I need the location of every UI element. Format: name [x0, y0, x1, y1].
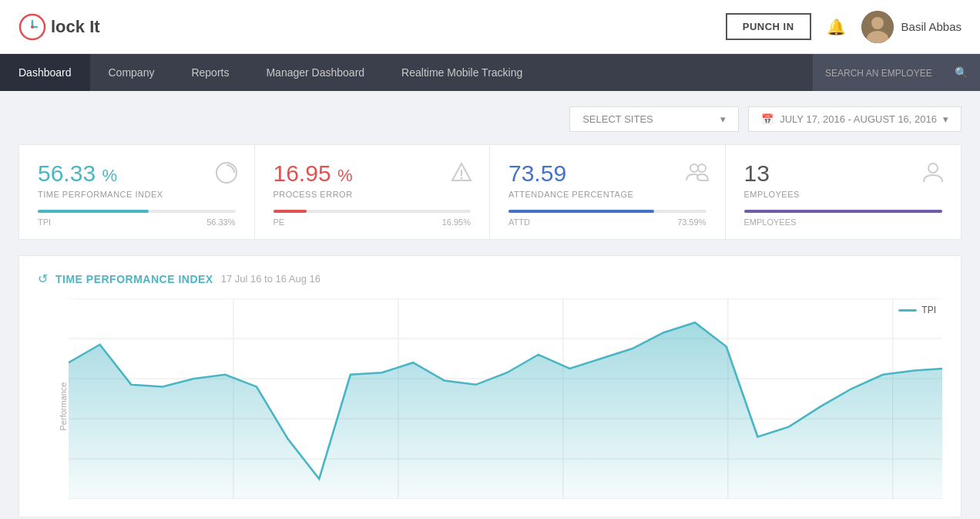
calendar-icon: 📅: [761, 113, 774, 125]
refresh-icon[interactable]: ↺: [38, 271, 48, 286]
tpi-percent: %: [102, 166, 117, 185]
svg-point-10: [461, 177, 463, 180]
chevron-down-icon-date: ▾: [943, 113, 948, 125]
logo-icon: [18, 13, 46, 41]
tpi-label: TIME PERFORMANCE INDEX: [38, 190, 236, 199]
pe-percent: %: [337, 166, 353, 185]
pe-bar-label: PE: [274, 217, 285, 227]
legend-label: TPI: [921, 305, 936, 315]
chart-area: Performance TPI 100: [69, 298, 942, 514]
chart-svg: 100 75 50 25 0 Jul 2: [69, 298, 942, 499]
select-sites-dropdown[interactable]: SELECT SITES ▾: [569, 106, 739, 132]
tpi-bar-label: TPI: [38, 217, 51, 227]
notification-icon[interactable]: 🔔: [827, 18, 846, 36]
chart-subtitle: 17 Jul 16 to 16 Aug 16: [221, 273, 321, 285]
employees-label: EMPLOYEES: [744, 190, 943, 199]
attd-bar-row: ATTD 73.59%: [508, 217, 706, 227]
chart-header: ↺ TIME PERFORMANCE INDEX 17 Jul 16 to 16…: [38, 271, 942, 286]
chart-y-label: Performance: [59, 383, 68, 431]
stat-cards-row: 56.33 % TIME PERFORMANCE INDEX TPI 56.33…: [18, 144, 962, 240]
chevron-down-icon: ▾: [720, 113, 726, 125]
tpi-value: 56.33 %: [38, 160, 236, 187]
filters-row: SELECT SITES ▾ 📅 JULY 17, 2016 - AUGUST …: [18, 106, 962, 132]
search-icon: 🔍: [955, 66, 968, 79]
tpi-bar-value: 56.33%: [206, 217, 235, 227]
logo: lock It: [18, 13, 100, 41]
user-name: Basil Abbas: [901, 20, 962, 33]
stat-card-tpi: 56.33 % TIME PERFORMANCE INDEX TPI 56.33…: [19, 145, 255, 239]
employees-value: 13: [744, 160, 943, 187]
header-right: PUNCH IN 🔔 Basil Abbas: [726, 11, 962, 43]
stat-card-pe: 16.95 % PROCESS ERROR PE 16.95%: [255, 145, 491, 239]
chart-area-fill: [69, 322, 942, 499]
attd-bar-label: ATTD: [508, 217, 530, 227]
attd-bar-value: 73.59%: [677, 217, 706, 227]
stat-card-employees: 13 EMPLOYEES EMPLOYEES: [726, 145, 962, 239]
nav-item-dashboard[interactable]: Dashboard: [0, 54, 90, 91]
pe-icon: [449, 160, 474, 190]
search-input[interactable]: [825, 67, 948, 79]
employees-bar-track: [744, 210, 943, 213]
chart-card: ↺ TIME PERFORMANCE INDEX 17 Jul 16 to 16…: [18, 255, 962, 517]
nav-item-manager-dashboard[interactable]: Manager Dashboard: [247, 54, 383, 91]
select-sites-label: SELECT SITES: [582, 113, 653, 125]
logo-text: lock It: [51, 17, 100, 37]
nav-item-reports[interactable]: Reports: [173, 54, 247, 91]
pe-value: 16.95 %: [274, 160, 472, 187]
tpi-bar-fill: [38, 210, 149, 213]
main-nav: Dashboard Company Reports Manager Dashbo…: [0, 54, 980, 91]
svg-point-11: [690, 164, 698, 172]
avatar: [861, 11, 894, 43]
pe-bar-fill: [274, 210, 307, 213]
attd-label: ATTENDANCE PERCENTAGE: [508, 190, 706, 199]
pe-bar-value: 16.95%: [442, 217, 471, 227]
legend-line: [898, 309, 917, 312]
chart-title: TIME PERFORMANCE INDEX: [55, 273, 213, 285]
employees-icon: [921, 160, 945, 190]
svg-point-13: [928, 163, 938, 173]
date-range-picker[interactable]: 📅 JULY 17, 2016 - AUGUST 16, 2016 ▾: [748, 106, 962, 132]
svg-point-12: [698, 164, 706, 172]
employees-bar-row: EMPLOYEES: [744, 217, 943, 227]
svg-point-3: [31, 25, 34, 29]
header: lock It PUNCH IN 🔔 Basil Abbas: [0, 0, 980, 54]
tpi-bar-track: [38, 210, 236, 213]
attd-bar-fill: [508, 210, 654, 213]
employees-bar-label: EMPLOYEES: [744, 217, 797, 227]
main-content: SELECT SITES ▾ 📅 JULY 17, 2016 - AUGUST …: [0, 91, 980, 519]
pe-bar-track: [274, 210, 472, 213]
nav-item-company[interactable]: Company: [90, 54, 173, 91]
user-info[interactable]: Basil Abbas: [861, 11, 962, 43]
stat-card-attd: 73.59 ATTENDANCE PERCENTAGE ATTD 73.59%: [490, 145, 726, 239]
nav-search: 🔍: [813, 54, 980, 91]
tpi-icon: [214, 160, 239, 190]
pe-label: PROCESS ERROR: [274, 190, 472, 199]
tpi-bar-row: TPI 56.33%: [38, 217, 236, 227]
chart-legend: TPI: [898, 305, 936, 315]
attd-icon: [685, 160, 710, 190]
pe-bar-row: PE 16.95%: [274, 217, 472, 227]
nav-item-realtime[interactable]: Realtime Mobile Tracking: [383, 54, 541, 91]
date-range-label: JULY 17, 2016 - AUGUST 16, 2016: [780, 113, 937, 125]
employees-bar-fill: [744, 210, 943, 213]
svg-point-5: [871, 17, 884, 29]
attd-bar-track: [508, 210, 706, 213]
punch-in-button[interactable]: PUNCH IN: [726, 13, 811, 40]
attd-value: 73.59: [508, 160, 706, 187]
